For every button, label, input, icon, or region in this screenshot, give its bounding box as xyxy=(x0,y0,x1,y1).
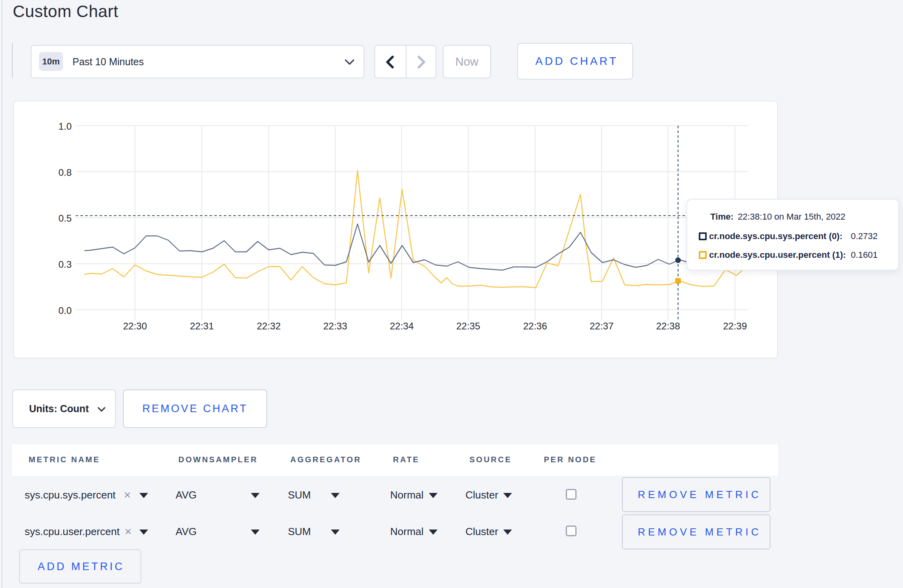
svg-text:1.0: 1.0 xyxy=(59,121,72,132)
svg-text:0.0: 0.0 xyxy=(59,305,72,316)
svg-text:0.5: 0.5 xyxy=(59,213,72,224)
svg-text:22:33: 22:33 xyxy=(323,321,347,331)
svg-text:22:38: 22:38 xyxy=(656,321,680,331)
svg-text:22:31: 22:31 xyxy=(190,321,214,331)
svg-text:22:36: 22:36 xyxy=(523,321,547,331)
svg-text:0.3: 0.3 xyxy=(59,259,72,270)
svg-text:22:32: 22:32 xyxy=(257,321,281,331)
svg-text:22:37: 22:37 xyxy=(590,321,614,331)
svg-text:22:34: 22:34 xyxy=(390,321,414,331)
svg-text:22:35: 22:35 xyxy=(456,321,480,331)
svg-text:22:30: 22:30 xyxy=(123,321,147,331)
svg-text:22:39: 22:39 xyxy=(723,321,747,331)
svg-text:0.8: 0.8 xyxy=(59,167,72,178)
